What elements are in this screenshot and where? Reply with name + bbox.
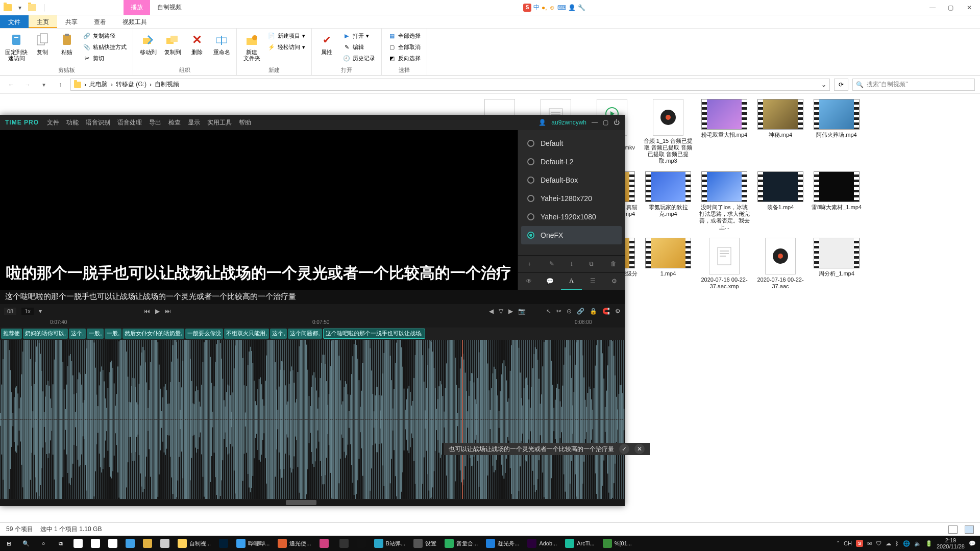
ribbon-tab-videotools[interactable]: 视频工具 <box>114 15 155 28</box>
maximize-button[interactable]: ▢ <box>943 3 959 13</box>
delete-style-button[interactable]: 🗑 <box>610 260 617 267</box>
taskbar-item[interactable]: ArcTi... <box>561 536 598 551</box>
taskbar-item[interactable] <box>215 536 232 551</box>
taskbar-item[interactable]: 追光使... <box>274 536 315 551</box>
file-item[interactable]: 阿伟火葬场.mp4 <box>808 97 865 166</box>
cursor-tool-button[interactable]: ↖ <box>546 308 551 315</box>
crumb-folder[interactable]: 自制视频 <box>155 80 179 89</box>
taskbar-item[interactable] <box>353 536 370 551</box>
open-button[interactable]: ▶打开▾ <box>340 31 377 41</box>
taskbar-item[interactable]: 自制视... <box>174 536 215 551</box>
minimize-button[interactable]: — <box>925 3 940 13</box>
taskbar-item[interactable] <box>69 536 87 551</box>
snapshot-button[interactable]: 📷 <box>518 308 526 315</box>
style-item[interactable]: Default-Box <box>521 171 622 189</box>
tray-mail-icon[interactable]: ✉ <box>867 540 872 547</box>
folder-open-icon[interactable] <box>27 2 38 13</box>
subtitle-clip-row[interactable]: 推荐使奶妈的话你可以,这个,一般,一般,然后女仆女仆的话奶量,一般要么你没不组双… <box>0 328 625 340</box>
ime-lang[interactable]: 中 <box>533 3 540 12</box>
selectnone-button[interactable]: ▢全部取消 <box>386 42 423 52</box>
subtitle-clip[interactable]: 这个, <box>270 329 287 339</box>
taskbar-item[interactable] <box>104 536 121 551</box>
settings-tool-button[interactable]: ⚙ <box>615 308 621 315</box>
taskview-button[interactable]: ⧉ <box>52 536 69 551</box>
next-button[interactable]: ⏭ <box>165 308 171 315</box>
app-menu-item[interactable]: 语音识别 <box>86 118 110 127</box>
app-user[interactable]: 👤 au9zwncywh — ▢ ⏻ <box>538 119 620 126</box>
newfolder-button[interactable]: 新建 文件夹 <box>241 31 262 62</box>
paste-button[interactable]: 粘贴 <box>56 31 78 56</box>
invertselect-button[interactable]: ◩反向选择 <box>386 53 423 63</box>
style-item[interactable]: Default-L2 <box>521 153 622 171</box>
file-item[interactable]: 没时间了ios，冰琥打法思路，求大佬完善，或者否定。我去上... <box>696 169 752 233</box>
file-item[interactable]: 2020-07-16 00-22-37.aac <box>752 236 808 292</box>
style-item[interactable]: Yahei-1280x720 <box>521 189 622 208</box>
tray-speaker-icon[interactable]: 🔈 <box>914 540 921 547</box>
taskbar-item[interactable]: 凝光舟... <box>482 536 523 551</box>
start-button[interactable]: ⊞ <box>0 536 17 551</box>
taskbar-item[interactable]: B站弹... <box>370 536 410 551</box>
nav-recent-button[interactable]: ▾ <box>38 79 50 91</box>
newitem-button[interactable]: 📄新建项目▾ <box>265 31 307 41</box>
taskbar-item[interactable] <box>139 536 156 551</box>
speed-dropdown[interactable]: ▾ <box>39 308 42 315</box>
text-cursor-icon[interactable]: I <box>571 260 573 268</box>
path-dropdown-button[interactable]: ⌄ <box>821 81 826 88</box>
qat-dropdown[interactable]: ▾ <box>14 2 26 13</box>
moveto-button[interactable]: 移动到 <box>137 31 159 56</box>
video-preview[interactable]: 啦的那个一脱手也可以让战场让战场的一个灵光或者一个比较高的一个治疗 <box>0 130 518 290</box>
file-item[interactable]: 雷8嘛大素材_1.mp4 <box>808 169 865 233</box>
magnet2-tool-button[interactable]: 🧲 <box>602 308 610 315</box>
duplicate-style-button[interactable]: ⧉ <box>589 260 594 267</box>
taskbar-item[interactable] <box>87 536 104 551</box>
search-input[interactable]: 🔍 搜索"自制视频" <box>852 79 975 91</box>
notification-button[interactable]: 💬 <box>969 540 976 547</box>
tray-bt-icon[interactable]: ᛒ <box>895 540 899 546</box>
history-button[interactable]: 🕘历史记录 <box>340 53 377 63</box>
copyto-button[interactable]: 复制到 <box>162 31 183 56</box>
nav-back-button[interactable]: ← <box>5 79 17 91</box>
app-menu-item[interactable]: 语音处理 <box>117 118 142 127</box>
file-item[interactable]: 1.mp4 <box>640 236 696 292</box>
cut-tool-button[interactable]: ✂ <box>556 308 561 315</box>
ribbon-tab-file[interactable]: 文件 <box>0 15 29 28</box>
cortana-button[interactable]: ○ <box>35 536 52 551</box>
ribbon-tab-share[interactable]: 共享 <box>57 15 86 28</box>
subtitle-clip[interactable]: 一般要么你没 <box>185 329 223 339</box>
subtitle-clip[interactable]: 一般, <box>87 329 104 339</box>
prev-button[interactable]: ⏮ <box>144 308 150 315</box>
app-maximize-button[interactable]: ▢ <box>603 119 608 126</box>
lock-tool-button[interactable]: 🔒 <box>590 308 597 315</box>
delete-button[interactable]: ✕删除 <box>186 31 208 56</box>
taskbar-item[interactable]: 哔哩哔... <box>232 536 274 551</box>
tab-text[interactable]: A <box>561 273 582 290</box>
add-style-button[interactable]: ＋ <box>526 260 532 268</box>
tray-chevron-up-icon[interactable]: ˄ <box>837 540 840 547</box>
subtitle-clip[interactable]: 不组双火只能用, <box>224 329 269 339</box>
taskbar-item[interactable]: %[01... <box>599 536 636 551</box>
waveform[interactable] <box>0 340 625 499</box>
tab-sliders[interactable]: ⚙ <box>603 273 625 290</box>
chevron-right-icon[interactable]: › <box>111 81 113 88</box>
scrollbar-thumb[interactable] <box>286 500 316 505</box>
tab-visibility[interactable]: 👁 <box>518 273 540 290</box>
tray-shield-icon[interactable]: 🛡 <box>876 540 881 546</box>
file-item[interactable]: 神秘.mp4 <box>752 97 808 166</box>
taskbar-item[interactable] <box>156 536 174 551</box>
crumb-drive[interactable]: 转移盘 (G:) <box>116 80 146 89</box>
taskbar-item[interactable] <box>335 536 353 551</box>
tray-sogou-icon[interactable]: S <box>856 540 863 547</box>
app-menu-item[interactable]: 导出 <box>149 118 161 127</box>
taskbar-item[interactable]: 设置 <box>409 536 440 551</box>
speed-selector[interactable]: 1x <box>21 308 34 315</box>
copypath-button[interactable]: 🔗复制路径 <box>81 31 129 41</box>
style-item[interactable]: Yahei-980x551 <box>521 208 622 226</box>
subtitle-clip[interactable]: 这个哒吧啦的那个一脱手也可以让战场, <box>323 329 425 339</box>
subtitle-clip[interactable]: 这个, <box>69 329 86 339</box>
taskbar-item[interactable] <box>121 536 139 551</box>
magnet-tool-button[interactable]: ⊙ <box>567 308 572 315</box>
taskbar-clock[interactable]: 2:19 2020/11/28 <box>937 537 965 549</box>
ime-keyboard-icon[interactable]: ⌨ <box>557 4 566 11</box>
timeline-scrollbar[interactable] <box>0 499 625 506</box>
rename-button[interactable]: 重命名 <box>211 31 232 56</box>
